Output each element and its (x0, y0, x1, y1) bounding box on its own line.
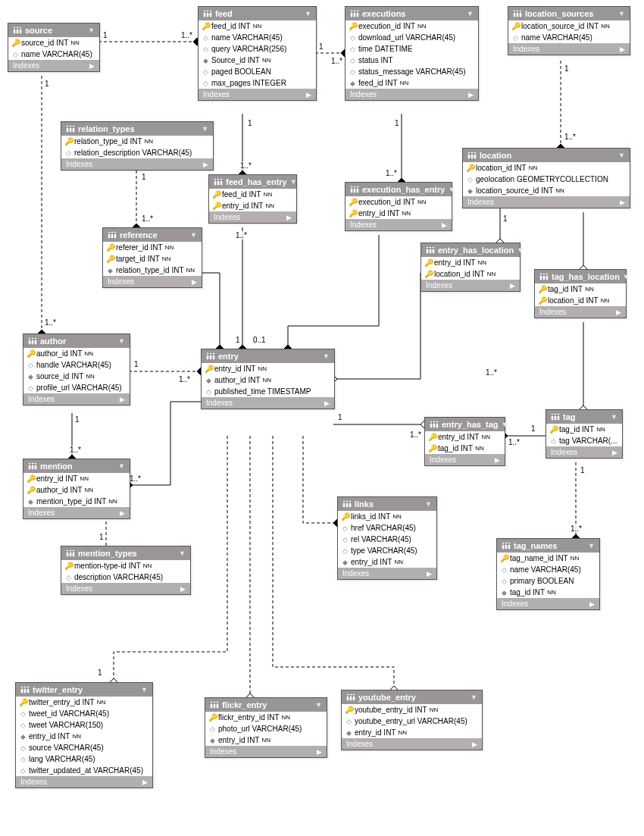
indexes-row[interactable]: Indexes▶ (23, 393, 130, 405)
expand-icon[interactable]: ▶ (612, 449, 617, 456)
collapse-icon[interactable]: ▼ (470, 694, 477, 701)
table-header[interactable]: entry_has_tag▼ (425, 418, 505, 431)
column-row[interactable]: 🔑feed_id INT NN (199, 20, 316, 32)
column-row[interactable]: ◇source VARCHAR(45) (16, 742, 152, 753)
expand-icon[interactable]: ▶ (510, 282, 515, 290)
table-mention[interactable]: mention▼🔑entry_id INT NN🔑author_id INT N… (23, 459, 130, 519)
column-row[interactable]: ◇primary BOOLEAN (497, 575, 599, 587)
collapse-icon[interactable]: ▼ (623, 273, 630, 280)
indexes-row[interactable]: Indexes▶ (342, 738, 482, 750)
table-location_sources[interactable]: location_sources▼🔑location_source_id INT… (508, 6, 630, 55)
table-header[interactable]: twitter_entry▼ (16, 683, 152, 697)
expand-icon[interactable]: ▶ (427, 570, 432, 578)
expand-icon[interactable]: ▶ (120, 509, 125, 517)
column-row[interactable]: ◇query VARCHAR(256) (199, 43, 316, 55)
column-row[interactable]: ◇description VARCHAR(45) (61, 571, 190, 583)
expand-icon[interactable]: ▶ (120, 396, 125, 403)
table-header[interactable]: tag▼ (546, 410, 622, 424)
table-mention_types[interactable]: mention_types▼🔑mention-type-id INT NN◇de… (61, 546, 191, 595)
column-row[interactable]: ◇tweet_id VARCHAR(45) (16, 708, 152, 719)
column-row[interactable]: 🔑links_id INT NN (338, 511, 436, 522)
collapse-icon[interactable]: ▼ (448, 186, 455, 193)
collapse-icon[interactable]: ▼ (315, 701, 322, 709)
indexes-row[interactable]: Indexes▶ (103, 276, 202, 287)
column-row[interactable]: ◆location_source_id INT NN (463, 185, 630, 196)
indexes-row[interactable]: Indexes▶ (535, 306, 626, 318)
column-row[interactable]: 🔑entry_id INT NN (202, 363, 334, 374)
column-row[interactable]: 🔑location_id INT NN (421, 268, 520, 280)
table-header[interactable]: mention_types▼ (61, 546, 190, 560)
expand-icon[interactable]: ▶ (142, 778, 148, 786)
column-row[interactable]: ◆mention_type_id INT NN (23, 496, 130, 507)
column-row[interactable]: ◇tweet VARCHAR(150) (16, 719, 152, 731)
column-row[interactable]: 🔑entry_id INT NN (425, 431, 505, 443)
column-row[interactable]: ◇lang VARCHAR(45) (16, 753, 152, 765)
table-entry[interactable]: entry▼🔑entry_id INT NN◆author_id INT NN◇… (201, 349, 335, 409)
indexes-row[interactable]: Indexes▶ (209, 211, 296, 223)
collapse-icon[interactable]: ▼ (179, 550, 186, 557)
expand-icon[interactable]: ▶ (324, 399, 330, 407)
indexes-row[interactable]: Indexes▶ (497, 598, 599, 609)
collapse-icon[interactable]: ▼ (467, 10, 474, 17)
table-twitter_entry[interactable]: twitter_entry▼🔑twitter_entry_id INT NN◇t… (15, 682, 153, 788)
table-header[interactable]: execution_has_entry▼ (345, 183, 452, 196)
column-row[interactable]: 🔑feed_id INT NN (209, 189, 296, 200)
expand-icon[interactable]: ▶ (589, 600, 595, 608)
expand-icon[interactable]: ▶ (442, 221, 447, 229)
column-row[interactable]: 🔑author_id INT NN (23, 484, 130, 496)
column-row[interactable]: ◇name VARCHAR(45) (497, 564, 599, 575)
table-links[interactable]: links▼🔑links_id INT NN◇href VARCHAR(45)◇… (337, 496, 437, 580)
column-row[interactable]: 🔑tag_id INT NN (535, 283, 626, 295)
table-header[interactable]: feed_has_entry▼ (209, 175, 296, 189)
table-youtube_entry[interactable]: youtube_entry▼🔑youtube_entry_id INT NN◇y… (341, 690, 483, 750)
expand-icon[interactable]: ▶ (472, 741, 477, 748)
table-relation_types[interactable]: relation_types▼🔑relation_type_id INT NN◇… (61, 121, 214, 171)
indexes-row[interactable]: Indexes▶ (508, 43, 630, 55)
collapse-icon[interactable]: ▼ (517, 246, 524, 254)
table-header[interactable]: tag_has_location▼ (535, 270, 626, 283)
column-row[interactable]: 🔑execution_id INT NN (345, 196, 452, 208)
table-header[interactable]: mention▼ (23, 459, 130, 473)
collapse-icon[interactable]: ▼ (118, 337, 125, 345)
expand-icon[interactable]: ▶ (180, 585, 186, 593)
column-row[interactable]: ◆feed_id INT NN (345, 77, 478, 89)
column-row[interactable]: ◇name VARCHAR(45) (508, 32, 630, 43)
table-header[interactable]: source▼ (8, 23, 99, 37)
collapse-icon[interactable]: ▼ (118, 462, 125, 470)
indexes-row[interactable]: Indexes▶ (205, 746, 327, 757)
column-row[interactable]: ◇href VARCHAR(45) (338, 522, 436, 534)
table-header[interactable]: executions▼ (345, 7, 478, 20)
column-row[interactable]: ◇profile_url VARCHAR(45) (23, 382, 130, 393)
column-row[interactable]: ◇status INT (345, 55, 478, 66)
collapse-icon[interactable]: ▼ (588, 542, 595, 550)
collapse-icon[interactable]: ▼ (502, 421, 508, 428)
table-entry_has_location[interactable]: entry_has_location▼🔑entry_id INT NN🔑loca… (420, 243, 521, 292)
column-row[interactable]: 🔑flickr_entry_id INT NN (205, 712, 327, 723)
column-row[interactable]: ◇handle VARCHAR(45) (23, 359, 130, 371)
column-row[interactable]: 🔑mention-type-id INT NN (61, 560, 190, 571)
column-row[interactable]: ◇tag VARCHAR(... (546, 435, 622, 446)
column-row[interactable]: ◆entry_id INT NN (16, 731, 152, 742)
expand-icon[interactable]: ▶ (203, 161, 208, 168)
collapse-icon[interactable]: ▼ (290, 178, 297, 186)
column-row[interactable]: ◇download_url VARCHAR(45) (345, 32, 478, 43)
column-row[interactable]: ◇name VARCHAR(45) (8, 49, 99, 60)
table-executions[interactable]: executions▼🔑execution_id INT NN◇download… (345, 6, 479, 101)
column-row[interactable]: 🔑twitter_entry_id INT NN (16, 697, 152, 708)
table-header[interactable]: location_sources▼ (508, 7, 630, 20)
column-row[interactable]: 🔑location_id INT NN (535, 295, 626, 306)
column-row[interactable]: 🔑execution_id INT NN (345, 20, 478, 32)
indexes-row[interactable]: Indexes▶ (61, 158, 213, 170)
table-header[interactable]: location▼ (463, 149, 630, 162)
expand-icon[interactable]: ▶ (286, 214, 292, 221)
column-row[interactable]: 🔑relation_type_id INT NN (61, 136, 213, 147)
indexes-row[interactable]: Indexes▶ (8, 60, 99, 71)
table-feed_has_entry[interactable]: feed_has_entry▼🔑feed_id INT NN🔑entry_id … (208, 174, 297, 224)
collapse-icon[interactable]: ▼ (88, 27, 95, 34)
column-row[interactable]: 🔑entry_id INT NN (209, 200, 296, 211)
column-row[interactable]: 🔑tag_id INT NN (425, 443, 505, 454)
column-row[interactable]: 🔑location_source_id INT NN (508, 20, 630, 32)
column-row[interactable]: 🔑target_id INT NN (103, 253, 202, 265)
expand-icon[interactable]: ▶ (495, 456, 500, 464)
table-header[interactable]: youtube_entry▼ (342, 690, 482, 704)
